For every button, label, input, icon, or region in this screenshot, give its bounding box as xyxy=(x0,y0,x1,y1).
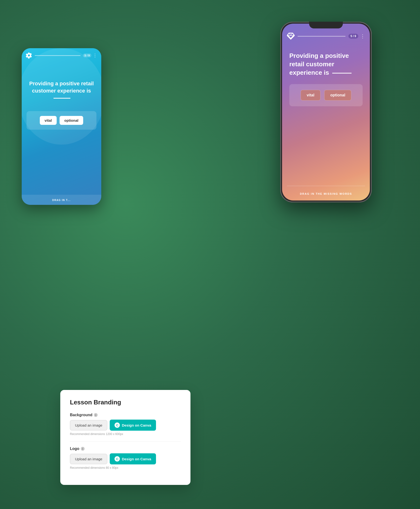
progress-bar-blue xyxy=(35,55,81,56)
phone-blue-content: Providing a positive retail customer exp… xyxy=(22,61,101,130)
branding-divider xyxy=(70,442,181,442)
iphone-divider xyxy=(287,186,365,186)
logo-hint: Recommended dimensions 80 x 80px xyxy=(70,466,181,470)
iphone-question-text: Providing a positive retail customer exp… xyxy=(289,52,363,77)
background-label-text: Background xyxy=(70,413,92,417)
logo-section: Logo i Upload an image C Design on Canva… xyxy=(70,447,181,470)
logo-canva-button[interactable]: C Design on Canva xyxy=(110,453,156,465)
background-canva-label: Design on Canva xyxy=(122,423,151,427)
background-hint: Recommended dimensions 1200 x 600px xyxy=(70,432,181,436)
answer-optional-iphone[interactable]: optional xyxy=(324,90,351,101)
iphone-notch xyxy=(309,22,343,29)
phone-blue-footer: DRAG IN T... xyxy=(22,195,101,205)
more-menu-iphone[interactable]: ⋮ xyxy=(360,33,365,39)
background-label: Background i xyxy=(70,413,181,417)
logo-buttons: Upload an image C Design on Canva xyxy=(70,453,181,465)
logo-info-icon[interactable]: i xyxy=(81,447,85,451)
canva-icon-background: C xyxy=(114,422,120,428)
background-canva-button[interactable]: C Design on Canva xyxy=(110,420,156,431)
blank-line-blue xyxy=(53,98,70,99)
answer-vital-blue[interactable]: vital xyxy=(40,116,57,125)
drag-label-iphone: DRAG IN THE MISSING WORDS xyxy=(300,192,352,195)
answers-area-blue: vital optional xyxy=(27,111,97,130)
question-line2: retail customer xyxy=(289,60,334,68)
question-line1: Providing a positive xyxy=(289,52,349,59)
gear-icon xyxy=(26,52,32,59)
background-info-icon[interactable]: i xyxy=(94,413,98,417)
progress-badge-blue: 5 / 9 xyxy=(83,53,91,57)
background-buttons: Upload an image C Design on Canva xyxy=(70,420,181,431)
iphone-footer: DRAG IN THE MISSING WORDS xyxy=(282,191,370,196)
blank-line-iphone xyxy=(332,73,352,74)
question-text-blue: Providing a positive retail customer exp… xyxy=(29,81,94,94)
answer-optional-blue[interactable]: optional xyxy=(60,116,83,125)
phone-blue: 5 / 9 ⋮ Providing a positive retail cust… xyxy=(22,48,101,205)
phone-blue-question: Providing a positive retail customer exp… xyxy=(27,80,97,102)
branding-card: Lesson Branding Background i Upload an i… xyxy=(60,390,190,485)
phone-blue-header: 5 / 9 ⋮ xyxy=(22,48,101,61)
progress-bar-iphone xyxy=(298,36,345,37)
canva-icon-logo: C xyxy=(114,456,120,462)
branding-title: Lesson Branding xyxy=(70,399,181,406)
iphone-frame: 5 / 9 ⋮ Providing a positive retail cust… xyxy=(280,22,372,202)
logo-label-text: Logo xyxy=(70,447,79,451)
progress-badge-iphone: 5 / 9 xyxy=(348,34,358,38)
more-menu-blue[interactable]: ⋮ xyxy=(93,53,98,58)
iphone-screen: 5 / 9 ⋮ Providing a positive retail cust… xyxy=(282,24,370,200)
answers-area-iphone: vital optional xyxy=(289,84,363,106)
background-upload-button[interactable]: Upload an image xyxy=(70,420,107,430)
drag-label-blue: DRAG IN T... xyxy=(52,199,71,201)
iphone-content: Providing a positive retail customer exp… xyxy=(282,42,370,109)
question-line3: experience is xyxy=(289,69,329,76)
answer-vital-iphone[interactable]: vital xyxy=(301,90,320,101)
logo-canva-label: Design on Canva xyxy=(122,457,151,461)
logo-upload-button[interactable]: Upload an image xyxy=(70,454,107,464)
background-section: Background i Upload an image C Design on… xyxy=(70,413,181,436)
diamond-icon xyxy=(287,32,295,40)
logo-label: Logo i xyxy=(70,447,181,451)
